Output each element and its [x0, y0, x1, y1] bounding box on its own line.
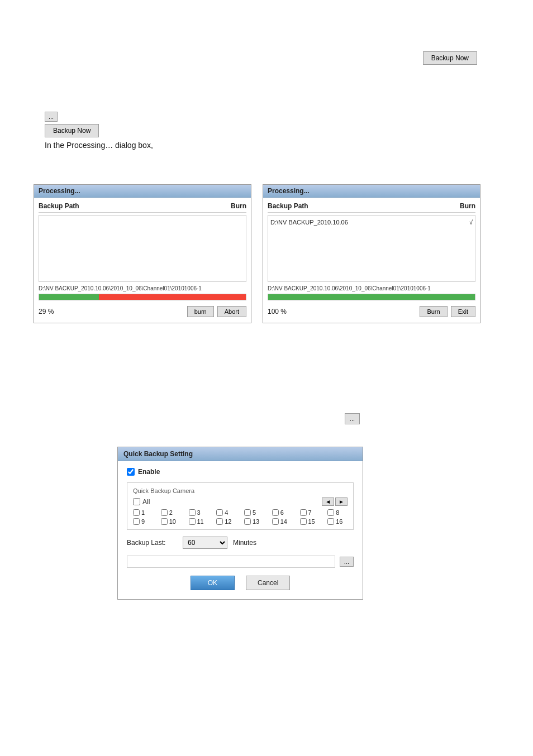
nav-buttons: ◄ ►	[322, 497, 348, 506]
camera-8-checkbox[interactable]	[327, 509, 334, 516]
dialog-2-col-burn: Burn	[460, 202, 475, 210]
enable-label: Enable	[138, 468, 160, 476]
camera-5-checkbox[interactable]	[244, 509, 251, 516]
camera-10-label: 10	[169, 518, 176, 525]
camera-6-checkbox[interactable]	[272, 509, 279, 516]
enable-row: Enable	[127, 468, 354, 476]
processing-dialog-1: Processing... Backup Path Burn D:\NV BAC…	[34, 184, 251, 323]
minutes-label: Minutes	[233, 539, 256, 547]
camera-9-label: 9	[141, 518, 145, 525]
camera-item-7: 7	[300, 509, 320, 516]
camera-2-label: 2	[169, 509, 173, 516]
camera-8-label: 8	[336, 509, 339, 516]
instruction-text: In the Processing… dialog box,	[45, 141, 153, 150]
camera-item-13: 13	[244, 518, 264, 525]
camera-12-label: 12	[225, 518, 231, 525]
camera-3-checkbox[interactable]	[189, 509, 196, 516]
camera-14-label: 14	[280, 518, 287, 525]
dots-button-middle[interactable]: ...	[345, 413, 360, 424]
dialog-1-table-header: Backup Path Burn	[39, 202, 246, 213]
dialog-1-path-text: D:\NV BACKUP_2010.10.06\2010_10_06\Chann…	[39, 285, 246, 291]
backup-now-upper-button[interactable]: Backup Now	[45, 124, 99, 137]
camera-12-checkbox[interactable]	[216, 518, 223, 525]
camera-item-5: 5	[244, 509, 264, 516]
camera-6-label: 6	[280, 509, 284, 516]
camera-1-checkbox[interactable]	[133, 509, 140, 516]
camera-11-checkbox[interactable]	[189, 518, 196, 525]
camera-item-10: 10	[161, 518, 181, 525]
camera-15-checkbox[interactable]	[300, 518, 307, 525]
dots-button-upper[interactable]: ...	[45, 112, 58, 122]
camera-5-label: 5	[253, 509, 256, 516]
action-row: OK Cancel	[127, 576, 354, 592]
camera-4-checkbox[interactable]	[216, 509, 223, 516]
dialog-1-col-burn: Burn	[231, 202, 246, 210]
camera-16-label: 16	[336, 518, 342, 525]
dialog-2-exit-button[interactable]: Exit	[451, 306, 475, 317]
all-label: All	[142, 498, 150, 506]
all-checkbox[interactable]	[133, 498, 140, 505]
dialog-2-row-1-path: D:\NV BACKUP_2010.10.06	[270, 219, 348, 226]
camera-13-checkbox[interactable]	[244, 518, 251, 525]
dialog-2-burn-button[interactable]: Burn	[420, 306, 447, 317]
camera-item-3: 3	[189, 509, 209, 516]
camera-item-1: 1	[133, 509, 153, 516]
dialog-2-footer: 100 % Burn Exit	[268, 304, 475, 318]
dialog-1-burn-button[interactable]: burn	[187, 306, 214, 317]
dialog-1-percent: 29 %	[39, 308, 54, 315]
dialog-2-progress-bar	[268, 294, 475, 300]
camera-item-11: 11	[189, 518, 209, 525]
dialog-1-progress-red	[99, 294, 246, 300]
dialog-2-buttons: Burn Exit	[420, 306, 475, 317]
camera-1-label: 1	[141, 509, 145, 516]
dialog-2-table-header: Backup Path Burn	[268, 202, 475, 213]
dialog-1-footer: 29 % burn Abort	[39, 304, 246, 318]
dialog-2-row-1: D:\NV BACKUP_2010.10.06 √	[270, 218, 473, 227]
dialog-2-list-area: D:\NV BACKUP_2010.10.06 √	[268, 215, 475, 282]
camera-16-checkbox[interactable]	[327, 518, 334, 525]
backup-last-select[interactable]: 60	[183, 537, 227, 549]
backup-last-row: Backup Last: 60 Minutes	[127, 537, 354, 549]
dialog-2-col-path: Backup Path	[268, 202, 308, 210]
path-row: ...	[127, 556, 354, 568]
camera-item-15: 15	[300, 518, 320, 525]
camera-7-label: 7	[308, 509, 312, 516]
path-input[interactable]	[127, 556, 335, 568]
quick-backup-dialog: Quick Backup Setting Enable Quick Backup…	[117, 447, 363, 600]
camera-9-checkbox[interactable]	[133, 518, 140, 525]
dialog-1-progress-green	[39, 294, 99, 300]
camera-item-12: 12	[216, 518, 236, 525]
camera-14-checkbox[interactable]	[272, 518, 279, 525]
camera-top-row: All ◄ ►	[133, 497, 348, 506]
camera-7-checkbox[interactable]	[300, 509, 307, 516]
backup-now-top-button[interactable]: Backup Now	[423, 51, 477, 65]
camera-item-6: 6	[272, 509, 292, 516]
path-dots-button[interactable]: ...	[340, 557, 354, 567]
camera-13-label: 13	[253, 518, 259, 525]
camera-2-checkbox[interactable]	[161, 509, 168, 516]
nav-prev-button[interactable]: ◄	[322, 497, 334, 506]
dialog-2-row-1-burn: √	[469, 219, 473, 226]
camera-item-2: 2	[161, 509, 181, 516]
dialog-1-buttons: burn Abort	[187, 306, 246, 317]
camera-group: Quick Backup Camera All ◄ ► 1	[127, 482, 354, 530]
nav-next-button[interactable]: ►	[335, 497, 348, 506]
camera-3-label: 3	[197, 509, 201, 516]
ok-button[interactable]: OK	[191, 576, 235, 590]
cancel-button[interactable]: Cancel	[246, 576, 290, 590]
dialog-2-path-text: D:\NV BACKUP_2010.10.06\2010_10_06\Chann…	[268, 285, 475, 291]
dialog-2-percent: 100 %	[268, 308, 287, 315]
dialog-2-progress-green	[268, 294, 475, 300]
dialog-1-list-area	[39, 215, 246, 282]
camera-10-checkbox[interactable]	[161, 518, 168, 525]
camera-item-14: 14	[272, 518, 292, 525]
camera-11-label: 11	[197, 518, 204, 525]
dialog-1-titlebar: Processing...	[34, 185, 251, 198]
enable-checkbox[interactable]	[127, 468, 135, 476]
camera-4-label: 4	[225, 509, 228, 516]
camera-15-label: 15	[308, 518, 315, 525]
dialog-1-abort-button[interactable]: Abort	[217, 306, 246, 317]
all-row: All	[133, 498, 150, 506]
camera-row-1: 1 2 3 4 5	[133, 509, 348, 516]
dialog-2-titlebar: Processing...	[263, 185, 480, 198]
